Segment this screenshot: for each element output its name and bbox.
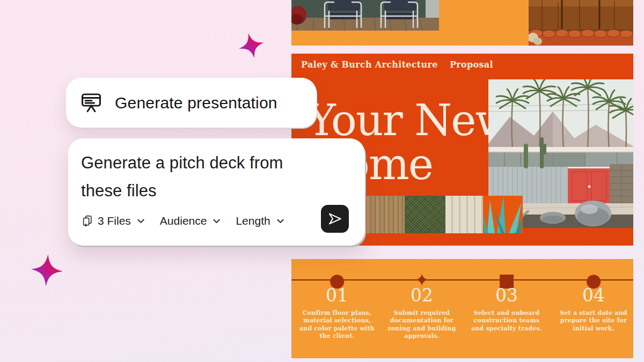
prompt-line-1: Generate a pitch deck from [81,149,283,177]
chevron-down-icon [275,216,286,226]
step-description: Set a start date and prepare the site fo… [553,309,634,333]
timeline-step: 04 Set a start date and prepare the site… [553,285,634,333]
prompt-text: Generate a pitch deck from these files [81,149,283,205]
canvas: Paley & Burch Architecture Proposal Your… [0,0,644,362]
agave-photo-swatch [483,196,523,233]
step-number: 04 [553,285,634,306]
sparkle-icon [28,253,66,289]
send-button[interactable] [321,205,349,233]
timeline-step: 01 Confirm floor plans, material selecti… [297,285,377,340]
step-description: Confirm floor plans, material selections… [297,309,377,340]
company-name: Paley & Burch Architecture [301,60,438,70]
audience-dropdown-label: Audience [160,215,207,227]
presentation-board-icon [79,91,103,115]
material-swatches [367,196,523,233]
files-add-icon [81,215,94,227]
oak-wood-swatch [367,196,405,233]
sparkle-icon [234,29,269,62]
chrome-chairs-photo [291,0,439,31]
timeline-step: 02 Submit required documentation for zon… [382,285,462,340]
deck-strip-slide [291,0,633,46]
step-description: Select and onboard construction teams an… [466,309,547,333]
chevron-down-icon [136,216,146,226]
prompt-controls: 3 Files Audience Length [81,215,299,227]
chevron-down-icon [211,216,222,226]
audience-dropdown[interactable]: Audience [160,215,222,227]
prompt-line-2: these files [81,177,283,205]
send-icon [327,211,343,227]
green-fabric-swatch [405,196,445,233]
slide-header: Paley & Burch Architecture Proposal [301,60,623,70]
fluted-panel-swatch [445,196,483,233]
generate-presentation-pill[interactable]: Generate presentation [66,78,317,128]
doc-type-label: Proposal [450,60,493,70]
step-number: 01 [297,285,377,306]
slide-heading-line1: Your New [308,99,511,143]
wood-cabinet-sofa-photo [529,0,633,46]
length-dropdown-label: Length [236,215,270,227]
step-description: Submit required documentation for zoning… [382,309,462,340]
timeline-step: 03 Select and onboard construction teams… [466,285,547,333]
deck-timeline-slide: ● ✦ ■ ● 01 Confirm floor plans, material… [291,259,633,358]
step-number: 03 [466,285,547,306]
step-number: 02 [382,285,462,306]
files-dropdown-label: 3 Files [98,215,131,227]
pill-label: Generate presentation [115,94,277,112]
prompt-card: Generate a pitch deck from these files 3… [68,138,365,246]
files-dropdown[interactable]: 3 Files [81,215,146,227]
length-dropdown[interactable]: Length [236,215,285,227]
